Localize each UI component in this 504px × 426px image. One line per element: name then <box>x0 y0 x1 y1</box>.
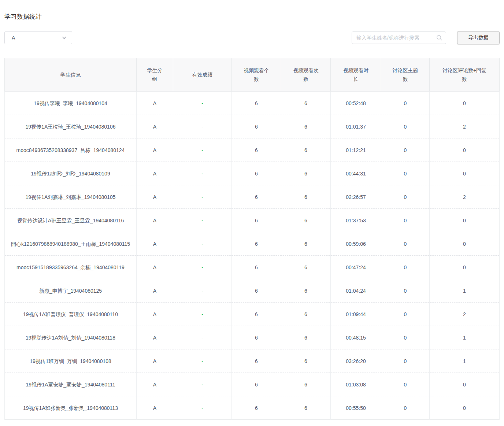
cell-forum-topics: 0 <box>381 92 430 115</box>
cell-watch-duration: 01:01:37 <box>331 115 381 138</box>
toolbar-right: 导出数据 <box>352 31 500 44</box>
cell-forum-comments: 0 <box>430 209 500 232</box>
column-header-student: 学生信息 <box>5 58 137 92</box>
cell-student-group: A <box>137 115 173 138</box>
cell-watch-duration: 01:09:44 <box>331 303 381 326</box>
cell-student-group: A <box>137 232 173 256</box>
table-body: 19视传李曦_李曦_19404080104 A - 6 6 00:52:48 0… <box>5 92 500 420</box>
cell-watch-times: 6 <box>281 303 331 326</box>
cell-watch-times: 6 <box>281 396 331 420</box>
cell-videos-watched: 6 <box>232 92 281 115</box>
cell-watch-times: 6 <box>281 162 331 185</box>
cell-forum-comments: 0 <box>430 162 500 185</box>
cell-student-info: 19视觉传达1A刘倩_刘倩_19404080118 <box>5 326 137 349</box>
page-title: 学习数据统计 <box>4 12 500 21</box>
column-header-group: 学生分组 <box>137 58 173 92</box>
cell-forum-comments: 1 <box>430 279 500 303</box>
table-row: 新惠_申博宇_19404080125 A - 6 6 01:04:24 0 1 <box>5 279 500 303</box>
table-row: 開心k1216079868940188980_王雨馨_19404080115 A… <box>5 232 500 256</box>
cell-watch-duration: 00:59:06 <box>331 232 381 256</box>
cell-watch-times: 6 <box>281 326 331 349</box>
cell-videos-watched: 6 <box>232 396 281 420</box>
cell-forum-topics: 0 <box>381 232 430 256</box>
column-header-views: 视频观看次数 <box>281 58 331 92</box>
cell-student-info: mooc15915189335963264_余楠_19404080119 <box>5 256 137 279</box>
cell-forum-topics: 0 <box>381 256 430 279</box>
cell-watch-duration: 01:12:21 <box>331 138 381 162</box>
cell-videos-watched: 6 <box>232 373 281 396</box>
cell-videos-watched: 6 <box>232 209 281 232</box>
students-table: 学生信息学生分组有效成绩视频观看个数视频观看次数视频观看时长讨论区主题数讨论区评… <box>4 58 500 420</box>
cell-student-group: A <box>137 256 173 279</box>
cell-forum-comments: 0 <box>430 92 500 115</box>
column-header-score: 有效成绩 <box>173 58 232 92</box>
table-row: 19视觉传达1A刘倩_刘倩_19404080118 A - 6 6 00:48:… <box>5 326 500 349</box>
cell-student-group: A <box>137 92 173 115</box>
students-table-wrap: 学生信息学生分组有效成绩视频观看个数视频观看次数视频观看时长讨论区主题数讨论区评… <box>4 58 500 420</box>
cell-student-info: 19视传1班万钏_万钏_19404080108 <box>5 349 137 373</box>
cell-valid-score: - <box>173 256 232 279</box>
cell-watch-times: 6 <box>281 279 331 303</box>
cell-videos-watched: 6 <box>232 138 281 162</box>
cell-forum-comments: 0 <box>430 256 500 279</box>
cell-watch-duration: 00:48:15 <box>331 326 381 349</box>
cell-forum-topics: 0 <box>381 349 430 373</box>
cell-watch-times: 6 <box>281 256 331 279</box>
cell-student-group: A <box>137 349 173 373</box>
table-row: mooc84936735208338937_吕栋_19404080124 A -… <box>5 138 500 162</box>
cell-forum-topics: 0 <box>381 326 430 349</box>
table-header-row: 学生信息学生分组有效成绩视频观看个数视频观看次数视频观看时长讨论区主题数讨论区评… <box>5 58 500 92</box>
cell-student-group: A <box>137 396 173 420</box>
search-input[interactable] <box>352 32 446 44</box>
search-box <box>352 32 446 44</box>
toolbar: A 导出数据 <box>4 31 500 44</box>
cell-forum-comments: 0 <box>430 232 500 256</box>
cell-forum-topics: 0 <box>381 396 430 420</box>
cell-forum-topics: 0 <box>381 279 430 303</box>
cell-student-info: 19视传1A覃安婕_覃安婕_19404080111 <box>5 373 137 396</box>
cell-watch-duration: 00:47:24 <box>331 256 381 279</box>
table-row: 19视传1班万钏_万钏_19404080108 A - 6 6 03:26:20… <box>5 349 500 373</box>
cell-watch-duration: 02:26:57 <box>331 185 381 209</box>
cell-valid-score: - <box>173 162 232 185</box>
cell-student-info: mooc84936735208338937_吕栋_19404080124 <box>5 138 137 162</box>
cell-valid-score: - <box>173 279 232 303</box>
cell-forum-topics: 0 <box>381 303 430 326</box>
cell-student-group: A <box>137 326 173 349</box>
cell-forum-topics: 0 <box>381 138 430 162</box>
table-row: 19视传1A王桉琦_王桉琦_19404080106 A - 6 6 01:01:… <box>5 115 500 138</box>
cell-watch-times: 6 <box>281 349 331 373</box>
cell-student-group: A <box>137 373 173 396</box>
cell-watch-times: 6 <box>281 115 331 138</box>
export-data-button[interactable]: 导出数据 <box>457 31 500 44</box>
cell-student-info: 19视传1A班普璟仪_普璟仪_19404080110 <box>5 303 137 326</box>
cell-valid-score: - <box>173 326 232 349</box>
cell-forum-comments: 0 <box>430 396 500 420</box>
cell-watch-duration: 00:52:48 <box>331 92 381 115</box>
table-row: 19视传李曦_李曦_19404080104 A - 6 6 00:52:48 0… <box>5 92 500 115</box>
cell-student-group: A <box>137 185 173 209</box>
cell-videos-watched: 6 <box>232 279 281 303</box>
cell-videos-watched: 6 <box>232 303 281 326</box>
column-header-videos: 视频观看个数 <box>232 58 281 92</box>
cell-forum-comments: 1 <box>430 349 500 373</box>
cell-forum-comments: 2 <box>430 115 500 138</box>
cell-forum-comments: 2 <box>430 185 500 209</box>
cell-forum-comments: 2 <box>430 303 500 326</box>
table-header: 学生信息学生分组有效成绩视频观看个数视频观看次数视频观看时长讨论区主题数讨论区评… <box>5 58 500 92</box>
learning-stats-page: 学习数据统计 A 导出数据 <box>0 12 504 420</box>
cell-student-info: 视觉传达设计A班王昱霖_王昱霖_19404080116 <box>5 209 137 232</box>
cell-student-group: A <box>137 209 173 232</box>
cell-watch-times: 6 <box>281 373 331 396</box>
search-icon[interactable] <box>436 35 442 41</box>
cell-videos-watched: 6 <box>232 349 281 373</box>
group-select[interactable]: A <box>4 31 72 44</box>
cell-student-info: 19视传李曦_李曦_19404080104 <box>5 92 137 115</box>
cell-valid-score: - <box>173 232 232 256</box>
cell-forum-topics: 0 <box>381 185 430 209</box>
table-row: mooc15915189335963264_余楠_19404080119 A -… <box>5 256 500 279</box>
cell-watch-times: 6 <box>281 92 331 115</box>
table-row: 视觉传达设计A班王昱霖_王昱霖_19404080116 A - 6 6 01:3… <box>5 209 500 232</box>
table-row: 19视传1A班张新奥_张新奥_19404080113 A - 6 6 00:55… <box>5 396 500 420</box>
cell-watch-times: 6 <box>281 185 331 209</box>
